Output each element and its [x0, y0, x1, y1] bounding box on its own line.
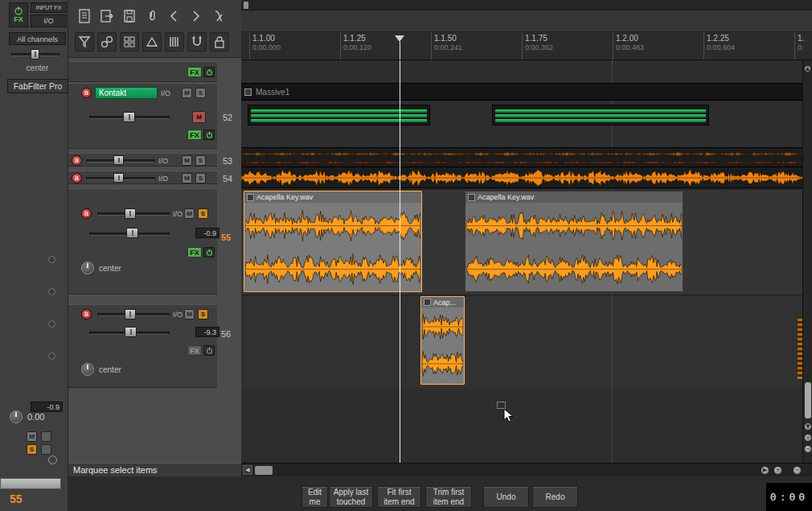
grid-icon[interactable] [120, 32, 139, 52]
master-solo-button[interactable]: S [27, 444, 37, 455]
master-io-button[interactable]: I/O [31, 14, 67, 27]
volume-fader-thumb[interactable] [126, 228, 138, 238]
track-panel-55[interactable]: a I/O M S -0.9 FX center 55 [68, 188, 217, 295]
track-panel-52[interactable]: a Kontakt I/O M S M FX 52 [68, 83, 217, 149]
undo-button[interactable]: Undo [483, 486, 529, 508]
track-panel-53[interactable]: a I/O M S 53 [68, 153, 217, 167]
grid-lines-icon[interactable] [165, 32, 184, 52]
envelope-dot-icon[interactable] [48, 320, 55, 328]
master-knob[interactable] [10, 410, 23, 423]
scroll-down-icon[interactable]: ▼ [804, 422, 812, 431]
scroll-up-icon[interactable]: ▲ [804, 65, 811, 72]
io-button[interactable]: I/O [158, 157, 168, 165]
lambda-icon[interactable] [210, 6, 229, 26]
track-panel-56[interactable]: a I/O M S -9.3 FX center 56 [68, 304, 217, 388]
master-fx-button[interactable]: FX [9, 2, 28, 27]
all-channels-button[interactable]: All channels [9, 32, 66, 45]
hzoom-in-icon[interactable]: + [773, 466, 782, 475]
volume-fader-thumb[interactable] [113, 173, 124, 183]
track-number[interactable]: 55 [221, 233, 231, 242]
item-midi-1[interactable] [248, 105, 430, 126]
fit-first-item-end-button[interactable]: Fit firstitem end [377, 486, 421, 508]
playhead-line[interactable] [400, 60, 400, 463]
trim-first-item-end-button[interactable]: Trim firstitem end [425, 486, 472, 508]
solo-button[interactable]: S [198, 309, 208, 319]
import-document-icon[interactable] [97, 6, 117, 26]
pan-knob[interactable] [81, 262, 94, 274]
arrange-body[interactable]: Massive1 [241, 60, 812, 463]
master-fader-value[interactable]: 0.00 [27, 412, 63, 422]
track-name-field[interactable]: Kontakt [95, 87, 158, 99]
fx-button[interactable]: FX [187, 345, 202, 356]
item-acapella-1[interactable]: Acapella Key.wav [244, 191, 422, 292]
zoom-out-icon[interactable]: − [804, 445, 812, 453]
redo-button[interactable]: Redo [532, 486, 578, 508]
record-arm-button[interactable]: a [72, 173, 82, 183]
volume-fader-thumb[interactable] [113, 155, 124, 165]
mute-button[interactable]: M [184, 208, 195, 219]
pan-slider-thumb[interactable] [125, 309, 136, 319]
plugin-slot[interactable]: FabFilter Pro [7, 79, 68, 93]
paperclip-icon[interactable] [142, 6, 162, 26]
master-mini-button[interactable] [41, 431, 51, 442]
power-icon[interactable] [203, 67, 215, 77]
master-pan-slider-thumb[interactable] [31, 49, 39, 60]
lined-document-icon[interactable] [75, 6, 94, 26]
pan-slider-thumb[interactable] [125, 208, 136, 219]
item-acapella-2[interactable]: Acapella Key.wav [465, 191, 683, 292]
vertical-scrollbar[interactable]: ▲ ▼ + − [802, 60, 812, 463]
forward-arrow-icon[interactable] [186, 6, 205, 26]
zoom-in-icon[interactable]: + [804, 434, 812, 442]
magnet-icon[interactable] [187, 32, 207, 52]
io-button[interactable]: I/O [158, 175, 168, 183]
volume-fader-thumb[interactable] [123, 112, 135, 122]
midi-mute-button[interactable]: M [192, 111, 206, 123]
time-display[interactable]: 0:00 [766, 483, 812, 511]
solo-button[interactable]: S [195, 88, 206, 98]
fx-button[interactable]: FX [187, 67, 202, 77]
record-arm-button[interactable]: a [81, 88, 92, 98]
phase-icon[interactable] [48, 455, 57, 464]
record-arm-button[interactable]: a [81, 208, 92, 219]
item-midi-2[interactable] [492, 105, 709, 126]
solo-button[interactable]: S [195, 155, 206, 166]
horizontal-scrollbar-thumb[interactable] [255, 466, 273, 475]
scroll-right-icon[interactable]: ▶ [761, 466, 769, 475]
io-button[interactable]: I/O [173, 311, 182, 319]
mute-button[interactable]: M [182, 155, 192, 166]
master-mute-button[interactable]: M [27, 431, 37, 442]
item-audio-strip-quiet[interactable] [241, 147, 812, 167]
power-icon[interactable] [203, 130, 215, 140]
vertical-scrollbar-thumb[interactable] [805, 382, 811, 418]
power-icon[interactable] [203, 247, 215, 258]
mute-button[interactable]: M [182, 173, 192, 183]
edit-cursor-marker[interactable] [395, 35, 404, 42]
envelope-dot-icon[interactable] [48, 352, 55, 360]
top-scrollbar-thumb[interactable] [244, 2, 248, 9]
master-fader-bar[interactable] [0, 478, 61, 489]
item-audio-strip-loud[interactable] [241, 167, 812, 188]
track-lane-56[interactable] [241, 295, 812, 388]
link-icon[interactable] [97, 32, 117, 52]
master-mini-button[interactable] [41, 444, 51, 455]
volume-value[interactable]: -9.3 [195, 327, 219, 337]
hzoom-out-icon[interactable]: − [793, 466, 802, 475]
record-arm-button[interactable]: a [72, 155, 82, 166]
record-arm-button[interactable]: a [81, 309, 92, 319]
horizontal-scrollbar[interactable]: ◀ ▶ + − [241, 463, 812, 476]
pan-knob[interactable] [81, 363, 94, 376]
track-number[interactable]: 52 [223, 113, 232, 122]
edit-me-button[interactable]: Editme [301, 486, 328, 508]
input-fx-button[interactable]: INPUT FX [31, 2, 67, 13]
apply-last-touched-button[interactable]: Apply lasttouched [329, 486, 373, 508]
track-number[interactable]: 56 [221, 329, 231, 339]
solo-button[interactable]: S [198, 208, 208, 219]
power-icon[interactable] [203, 345, 215, 356]
save-icon[interactable] [120, 6, 139, 26]
track-number[interactable]: 53 [223, 156, 232, 166]
item-acapella-3[interactable]: Acap... [420, 296, 465, 385]
scroll-left-icon[interactable]: ◀ [243, 465, 252, 475]
envelope-dot-icon[interactable] [48, 288, 55, 295]
lock-icon[interactable] [210, 32, 229, 52]
mute-button[interactable]: M [182, 88, 192, 98]
